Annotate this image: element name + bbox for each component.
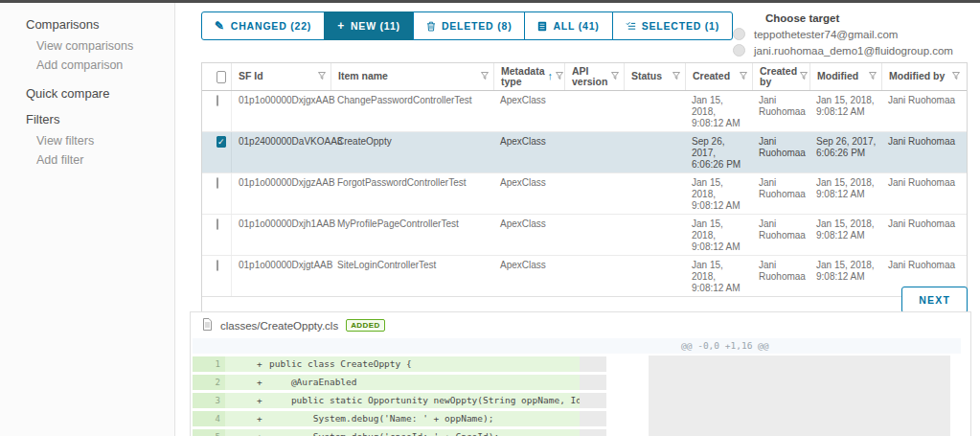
diff-line-number: 1 bbox=[206, 356, 225, 372]
select-all-cell bbox=[202, 63, 231, 90]
file-icon bbox=[202, 318, 213, 333]
column-header-modified[interactable]: Modified bbox=[809, 63, 881, 90]
table-row[interactable]: 01p1o00000DxjgxAAB ChangePasswordControl… bbox=[202, 91, 967, 132]
diff-code-cell: + public static Opportunity newOppty(Str… bbox=[225, 393, 580, 408]
pencil-icon: ✎ bbox=[215, 21, 225, 31]
cell-created: Sep 26, 2017, 6:06:26 PM bbox=[685, 132, 752, 172]
cell-item-name: ForgotPasswordControllerTest bbox=[330, 173, 493, 214]
row-checkbox[interactable] bbox=[217, 95, 218, 106]
column-header-metadata-type[interactable]: Metadata type↑ bbox=[493, 63, 564, 90]
diff-old-gutter bbox=[193, 375, 206, 390]
filter-funnel-icon[interactable] bbox=[611, 71, 619, 82]
filter-funnel-icon[interactable] bbox=[800, 71, 808, 82]
selected-list-icon bbox=[626, 21, 636, 31]
filter-funnel-icon[interactable] bbox=[481, 71, 489, 82]
target-option-2[interactable]: jani.ruohomaa_demo1@fluidogroup.com bbox=[733, 44, 953, 57]
filter-funnel-icon[interactable] bbox=[318, 71, 326, 82]
cell-api-version bbox=[564, 173, 624, 214]
column-header-item-name[interactable]: Item name bbox=[330, 63, 493, 90]
diff-right-gutter bbox=[580, 375, 606, 390]
sidebar-item-add-comparison[interactable]: Add comparison bbox=[26, 56, 174, 75]
sidebar-item-view-comparisons[interactable]: View comparisons bbox=[26, 36, 174, 56]
cell-sf-id: 01p1o00000DxjgzAAB bbox=[231, 173, 330, 214]
cell-metadata-type: ApexClass bbox=[493, 132, 564, 172]
sidebar-item-quick-compare[interactable]: Quick compare bbox=[26, 86, 174, 101]
cell-modified: Sep 26, 2017, 6:06:26 PM bbox=[809, 132, 881, 172]
radio-icon[interactable] bbox=[733, 44, 745, 57]
diff-code-cell: + System.debug('caseId: ' + CaseId); bbox=[225, 429, 580, 436]
target-option-1[interactable]: teppothetester74@gmail.com bbox=[733, 28, 953, 40]
diff-line-number: 2 bbox=[206, 375, 225, 390]
row-checkbox[interactable] bbox=[217, 177, 218, 189]
next-button-row: NEXT bbox=[201, 287, 968, 313]
new-filter-label: NEW (11) bbox=[351, 20, 400, 32]
diff-code-text: public class CreateOppty { bbox=[269, 356, 412, 372]
cell-status bbox=[624, 215, 685, 255]
diff-empty-side bbox=[649, 356, 950, 436]
column-header-created[interactable]: Created bbox=[685, 63, 752, 90]
column-header-created-by[interactable]: Created by bbox=[752, 63, 809, 90]
cell-item-name: CreateOppty bbox=[330, 132, 493, 172]
table-row[interactable]: 01p1o00000Dxjh1AAB MyProfilePageControll… bbox=[202, 215, 967, 256]
row-checkbox[interactable] bbox=[217, 260, 218, 271]
selected-filter-button[interactable]: SELECTED (1) bbox=[612, 11, 733, 40]
choose-target-title: Choose target bbox=[765, 12, 953, 24]
app-window: Comparisons View comparisons Add compari… bbox=[0, 0, 980, 436]
changed-filter-button[interactable]: ✎ CHANGED (22) bbox=[201, 11, 325, 40]
cell-modified: Jan 15, 2018, 9:08:12 AM bbox=[809, 215, 881, 255]
filter-funnel-icon[interactable] bbox=[740, 71, 747, 82]
diff-right-gutter bbox=[580, 356, 606, 372]
column-header-sf-id[interactable]: SF Id bbox=[231, 63, 330, 90]
cell-created: Jan 15, 2018, 9:08:12 AM bbox=[685, 215, 752, 255]
cell-created: Jan 15, 2018, 9:08:12 AM bbox=[685, 91, 752, 131]
filter-funnel-icon[interactable] bbox=[869, 71, 877, 82]
cell-sf-id: 01p1o00000DxjgxAAB bbox=[231, 91, 330, 131]
cell-created: Jan 15, 2018, 9:08:12 AM bbox=[685, 173, 752, 214]
diff-code-text: public static Opportunity newOppty(Strin… bbox=[269, 393, 580, 408]
diff-line-number: 5 bbox=[206, 429, 225, 436]
diff-added-sign: + bbox=[257, 393, 269, 408]
cell-item-name: MyProfilePageControllerTest bbox=[330, 215, 493, 255]
sidebar-item-add-filter[interactable]: Add filter bbox=[26, 150, 174, 170]
table-row[interactable]: 01p1o00000DxjgzAAB ForgotPasswordControl… bbox=[202, 173, 967, 215]
radio-icon[interactable] bbox=[733, 28, 745, 40]
diff-added-sign: + bbox=[257, 429, 269, 436]
diff-added-sign: + bbox=[257, 411, 269, 426]
diff-file-name: classes/CreateOppty.cls bbox=[220, 320, 338, 332]
filter-funnel-icon[interactable] bbox=[672, 71, 680, 82]
diff-right-gutter bbox=[580, 393, 606, 408]
diff-code-cell: +public class CreateOppty { bbox=[225, 356, 580, 372]
row-checkbox[interactable] bbox=[217, 218, 218, 230]
cell-sf-id: 01p1o00000Dxjh1AAB bbox=[231, 215, 330, 255]
filter-button-group: ✎ CHANGED (22) + NEW (11) DELETED (8) AL… bbox=[201, 11, 733, 40]
choose-target-panel: Choose target teppothetester74@gmail.com… bbox=[733, 11, 953, 60]
filter-funnel-icon[interactable] bbox=[556, 71, 563, 82]
column-header-api-version[interactable]: API version bbox=[564, 63, 624, 90]
row-checkbox-checked[interactable]: ✓ bbox=[217, 136, 226, 148]
cell-modified: Jan 15, 2018, 9:08:12 AM bbox=[809, 91, 881, 131]
cell-modified-by: Jani Ruohomaa bbox=[881, 215, 965, 255]
cell-metadata-type: ApexClass bbox=[493, 91, 564, 131]
filter-funnel-icon[interactable] bbox=[952, 71, 960, 82]
next-button[interactable]: NEXT bbox=[901, 287, 968, 313]
diff-code-text: System.debug('caseId: ' + CaseId); bbox=[269, 429, 499, 436]
cell-api-version bbox=[564, 215, 624, 255]
diff-old-gutter bbox=[193, 356, 206, 372]
column-header-modified-by[interactable]: Modified by bbox=[881, 63, 965, 90]
cell-modified: Jan 15, 2018, 9:08:12 AM bbox=[809, 173, 881, 214]
sidebar: Comparisons View comparisons Add compari… bbox=[0, 3, 175, 436]
all-filter-button[interactable]: ALL (41) bbox=[524, 11, 612, 40]
new-filter-button[interactable]: + NEW (11) bbox=[324, 11, 414, 40]
sidebar-item-view-filters[interactable]: View filters bbox=[26, 131, 174, 150]
sidebar-section-comparisons: Comparisons bbox=[26, 17, 174, 32]
deleted-filter-button[interactable]: DELETED (8) bbox=[413, 11, 526, 40]
trash-icon bbox=[426, 21, 436, 32]
cell-created-by: Jani Ruohomaa bbox=[752, 91, 809, 131]
sort-ascending-icon[interactable]: ↑ bbox=[548, 71, 554, 82]
select-all-checkbox[interactable] bbox=[217, 71, 226, 83]
column-header-status[interactable]: Status bbox=[624, 63, 685, 90]
cell-status bbox=[624, 173, 685, 214]
cell-metadata-type: ApexClass bbox=[493, 215, 564, 255]
table-row-selected[interactable]: ✓ 01p2400000DaVKOAA3 CreateOppty ApexCla… bbox=[202, 132, 967, 173]
cell-api-version bbox=[564, 91, 624, 131]
